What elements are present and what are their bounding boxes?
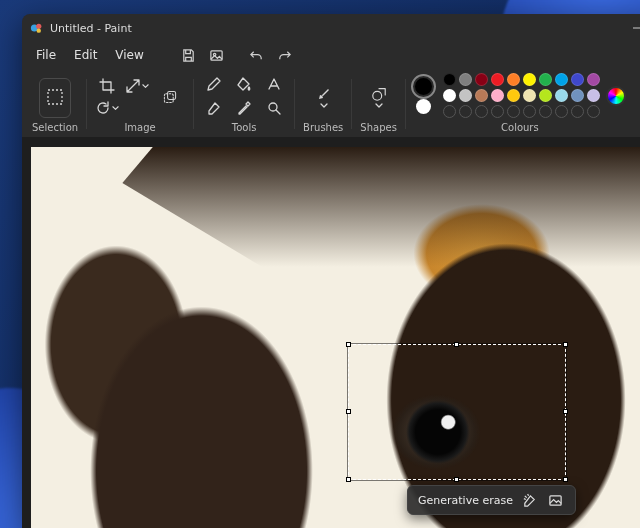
- fill-icon[interactable]: [232, 72, 256, 96]
- resize-handle-n[interactable]: [454, 342, 459, 347]
- color-swatch[interactable]: [507, 89, 520, 102]
- secondary-color[interactable]: [416, 99, 431, 114]
- canvas-area: Generative erase: [22, 138, 640, 528]
- image-label: Image: [124, 122, 155, 133]
- color-palette: [443, 73, 600, 118]
- color-swatch[interactable]: [507, 73, 520, 86]
- colours-label: Colours: [501, 122, 539, 133]
- svg-rect-8: [168, 91, 176, 99]
- color-swatch-empty[interactable]: [459, 105, 472, 118]
- selection-tool[interactable]: [39, 78, 71, 118]
- resize-handle-s[interactable]: [454, 477, 459, 482]
- app-icon: [30, 21, 44, 35]
- zoom-icon[interactable]: [262, 96, 286, 120]
- group-tools: Tools: [202, 72, 286, 133]
- color-swatch[interactable]: [587, 89, 600, 102]
- save-icon[interactable]: [176, 44, 202, 66]
- resize-handle-w[interactable]: [346, 409, 351, 414]
- eraser-icon[interactable]: [202, 96, 226, 120]
- svg-point-10: [372, 91, 381, 100]
- image-import-icon[interactable]: [204, 44, 230, 66]
- text-icon[interactable]: [262, 72, 286, 96]
- primary-color[interactable]: [414, 77, 433, 96]
- group-image: Image: [95, 76, 185, 133]
- color-swatch[interactable]: [491, 89, 504, 102]
- color-swatch-empty[interactable]: [491, 105, 504, 118]
- color-swatch-empty[interactable]: [571, 105, 584, 118]
- resize-handle-se[interactable]: [563, 477, 568, 482]
- selection-marquee[interactable]: [348, 344, 566, 480]
- resize-handle-sw[interactable]: [346, 477, 351, 482]
- color-swatch[interactable]: [459, 89, 472, 102]
- redo-icon[interactable]: [272, 44, 298, 66]
- brushes-label: Brushes: [303, 122, 343, 133]
- resize-handle-e[interactable]: [563, 409, 568, 414]
- resize-handle-ne[interactable]: [563, 342, 568, 347]
- undo-icon[interactable]: [244, 44, 270, 66]
- color-swatch-empty[interactable]: [507, 105, 520, 118]
- edit-colors-button[interactable]: [606, 86, 626, 106]
- svg-rect-7: [164, 94, 173, 103]
- menu-view[interactable]: View: [107, 44, 151, 66]
- svg-rect-6: [48, 90, 62, 104]
- menu-edit[interactable]: Edit: [66, 44, 105, 66]
- color-swatch[interactable]: [555, 89, 568, 102]
- color-swatch[interactable]: [587, 73, 600, 86]
- rotate-icon[interactable]: [95, 96, 119, 120]
- selection-toolbar: Generative erase: [407, 485, 576, 515]
- color-swatch-empty[interactable]: [475, 105, 488, 118]
- color-swatch[interactable]: [443, 73, 456, 86]
- color-swatch[interactable]: [443, 89, 456, 102]
- color-swatch[interactable]: [491, 73, 504, 86]
- color-swatch[interactable]: [459, 73, 472, 86]
- color-swatch-empty[interactable]: [587, 105, 600, 118]
- paint-window: Untitled - Paint File Edit View Selectio…: [22, 14, 640, 528]
- group-shapes: Shapes: [360, 78, 397, 133]
- generative-erase-icon[interactable]: [521, 491, 539, 509]
- svg-point-2: [37, 28, 41, 32]
- menubar: File Edit View: [22, 42, 640, 68]
- color-swatch[interactable]: [475, 73, 488, 86]
- ribbon: Selection Image: [22, 68, 640, 138]
- svg-rect-4: [211, 50, 222, 59]
- color-swatch[interactable]: [539, 89, 552, 102]
- color-swatch[interactable]: [475, 89, 488, 102]
- resize-icon[interactable]: [125, 74, 149, 98]
- crop-icon[interactable]: [95, 74, 119, 98]
- canvas[interactable]: Generative erase: [31, 147, 640, 528]
- titlebar: Untitled - Paint: [22, 14, 640, 42]
- selection-label: Selection: [32, 122, 78, 133]
- layers-icon[interactable]: [155, 82, 185, 112]
- color-swatch[interactable]: [571, 89, 584, 102]
- color-swatch-empty[interactable]: [443, 105, 456, 118]
- color-swatch-empty[interactable]: [523, 105, 536, 118]
- brushes-button[interactable]: [308, 78, 338, 118]
- minimize-button[interactable]: [620, 14, 640, 42]
- color-swatch[interactable]: [571, 73, 584, 86]
- color-swatch[interactable]: [539, 73, 552, 86]
- color-swatch[interactable]: [555, 73, 568, 86]
- group-selection: Selection: [32, 78, 78, 133]
- remove-background-icon[interactable]: [547, 491, 565, 509]
- color-swatch[interactable]: [523, 73, 536, 86]
- menu-file[interactable]: File: [28, 44, 64, 66]
- window-title: Untitled - Paint: [50, 22, 132, 35]
- shapes-button[interactable]: [364, 78, 394, 118]
- tools-label: Tools: [232, 122, 257, 133]
- group-brushes: Brushes: [303, 78, 343, 133]
- color-swatch-empty[interactable]: [539, 105, 552, 118]
- picker-icon[interactable]: [232, 96, 256, 120]
- color-swatch[interactable]: [523, 89, 536, 102]
- group-colours: Colours: [414, 73, 626, 133]
- svg-rect-11: [550, 495, 561, 504]
- shapes-label: Shapes: [360, 122, 397, 133]
- pencil-icon[interactable]: [202, 72, 226, 96]
- generative-erase-label: Generative erase: [418, 494, 513, 507]
- color-swatch-empty[interactable]: [555, 105, 568, 118]
- svg-point-1: [36, 24, 41, 29]
- resize-handle-nw[interactable]: [346, 342, 351, 347]
